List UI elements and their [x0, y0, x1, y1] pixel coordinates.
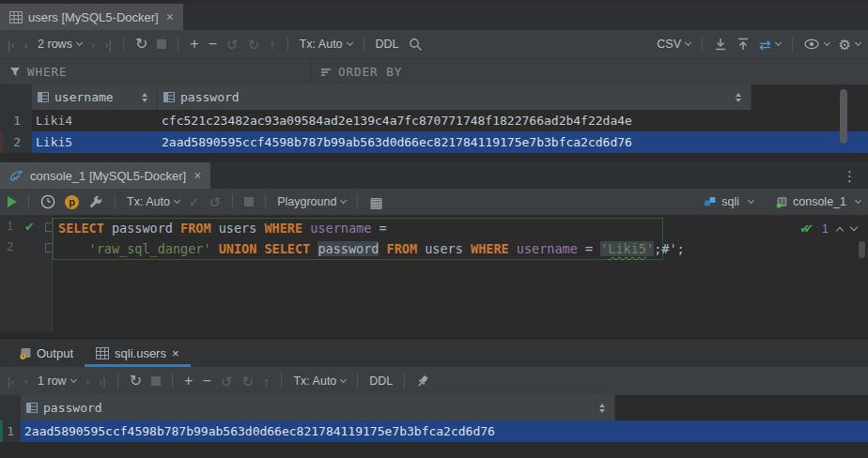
tab-users-grid[interactable]: users [MySQL5-Docker] × [0, 4, 183, 30]
prev-page-button[interactable]: ‹ [24, 375, 28, 388]
table-grid-icon [9, 11, 23, 23]
playground-mode-dropdown[interactable]: Playground [277, 195, 346, 208]
users-grid-header: username password [0, 84, 868, 110]
submit-icon[interactable]: ↑ [263, 374, 271, 389]
table-row[interactable]: 12aad5890595ccf4598b787b99ab563d0d66ec82… [0, 420, 868, 442]
code-token [58, 241, 89, 256]
add-row-button[interactable]: + [190, 37, 198, 52]
add-row-button[interactable]: + [184, 374, 193, 389]
close-icon[interactable]: × [166, 10, 174, 23]
submit-icon[interactable]: ↑ [269, 38, 276, 52]
last-page-button[interactable]: ›| [104, 38, 112, 51]
parameters-p-icon[interactable]: p [65, 195, 79, 209]
page-size-dropdown[interactable]: 1 row [38, 374, 76, 388]
mysql-dolphin-icon [9, 169, 24, 182]
reload-icon[interactable]: ↻ [135, 37, 147, 52]
prev-page-button[interactable]: ‹ [24, 38, 28, 51]
undo-icon[interactable]: ↺ [221, 374, 233, 389]
sort-toggle-icon[interactable] [599, 404, 609, 413]
first-page-button[interactable]: |‹ [8, 38, 15, 51]
table-row[interactable]: 2Liki52aad5890595ccf4598b787b99ab563d0d6… [0, 131, 868, 153]
order-by-filter-input[interactable]: ORDER BY [311, 65, 411, 79]
export-download-icon[interactable] [714, 38, 727, 51]
history-clock-icon[interactable] [40, 194, 55, 209]
cell-password[interactable]: 2aad5890595ccf4598b787b99ab563d0d66ec821… [158, 135, 752, 149]
editor-scrollbar[interactable] [859, 241, 865, 258]
tab-result-grid[interactable]: sqli.users × [85, 339, 191, 367]
last-page-button[interactable]: ›| [99, 375, 106, 388]
row-number: 2 [0, 131, 32, 153]
next-result-chevron-icon[interactable] [850, 223, 858, 231]
first-page-button[interactable]: |‹ [8, 375, 15, 388]
column-header-password[interactable]: password [21, 395, 615, 420]
next-page-button[interactable]: › [85, 375, 89, 388]
stop-icon [157, 39, 166, 49]
reload-icon[interactable]: ↻ [130, 374, 142, 389]
cell-password[interactable]: cfc521c23482ac93a09584ad2e139c4a7fc87077… [158, 114, 752, 128]
settings-wrench-icon[interactable] [88, 194, 103, 209]
tx-mode-dropdown[interactable]: Tx: Auto [293, 374, 346, 388]
console-switcher-dropdown[interactable]: console_1 [776, 195, 860, 208]
sort-toggle-icon[interactable] [142, 93, 151, 102]
search-icon[interactable] [409, 38, 423, 52]
column-header-password[interactable]: password [158, 84, 752, 110]
chevron-down-icon [855, 197, 861, 204]
chevron-down-icon [748, 197, 754, 204]
where-filter-input[interactable]: WHERE [0, 65, 310, 79]
sort-toggle-icon[interactable] [736, 93, 745, 102]
delete-row-button[interactable]: − [209, 37, 217, 52]
grid-scrollbar[interactable] [840, 89, 847, 144]
revert-icon[interactable]: ↻ [248, 38, 260, 52]
column-header-username[interactable]: username [32, 84, 158, 110]
close-icon[interactable]: × [172, 346, 179, 360]
fold-marker-icon[interactable] [45, 243, 52, 252]
cell-username[interactable]: Liki5 [32, 135, 158, 149]
prev-result-chevron-icon[interactable] [836, 226, 844, 234]
grid-filter-bar: WHERE ORDER BY [0, 58, 868, 84]
tab-console[interactable]: console_1 [MySQL5-Docker] × [0, 162, 210, 189]
undo-icon[interactable]: ↺ [226, 38, 239, 52]
commit-check-icon[interactable]: ✓ [189, 195, 200, 208]
more-options-icon[interactable]: ⋮ [843, 169, 868, 183]
page-size-dropdown[interactable]: 2 rows [38, 38, 82, 51]
code-line[interactable]: 'raw_sql_danger' UNION SELECT password F… [58, 238, 685, 259]
tab-output[interactable]: Output [8, 339, 85, 367]
tx-mode-dropdown[interactable]: Tx: Auto [300, 38, 352, 51]
code-token: SELECT [264, 241, 310, 256]
import-upload-icon[interactable] [736, 38, 750, 51]
view-options-eye-icon[interactable] [804, 38, 829, 50]
code-token: FROM [387, 241, 418, 256]
code-line[interactable]: SELECT password FROM users WHERE usernam… [58, 218, 387, 238]
ddl-button[interactable]: DDL [376, 38, 399, 51]
cell-username[interactable]: Liki4 [32, 114, 158, 128]
next-page-button[interactable]: › [91, 38, 95, 51]
line-number: 1 [7, 219, 25, 233]
delete-row-button[interactable]: − [202, 374, 210, 389]
settings-gear-icon[interactable]: ⚙ [839, 38, 860, 52]
code-token: username [310, 221, 371, 236]
export-format-dropdown[interactable]: CSV [657, 38, 690, 51]
code-token: Liki5 [608, 241, 646, 256]
table-row[interactable]: 1Liki4cfc521c23482ac93a09584ad2e139c4a7f… [0, 110, 868, 131]
users-grid-body: 1Liki4cfc521c23482ac93a09584ad2e139c4a7f… [0, 110, 868, 153]
execute-play-icon[interactable] [8, 196, 17, 207]
compare-sync-icon[interactable]: ⇄ [759, 38, 781, 52]
output-tabbar: Output sqli.users × [0, 338, 868, 367]
tx-mode-dropdown[interactable]: Tx: Auto [127, 195, 179, 208]
close-icon[interactable]: × [194, 169, 201, 182]
revert-icon[interactable]: ↻ [241, 374, 254, 389]
where-placeholder: WHERE [27, 65, 68, 79]
code-token: username [517, 241, 578, 256]
cell-password[interactable]: 2aad5890595ccf4598b787b99ab563d0d66ec821… [21, 424, 615, 438]
sql-editor[interactable]: 1 2 ✔ SELECT password FROM users WHERE u… [0, 215, 868, 331]
stop-icon [151, 376, 161, 386]
pin-tab-icon[interactable] [416, 374, 429, 388]
rollback-icon[interactable]: ↺ [209, 195, 222, 209]
in-editor-results-icon[interactable]: ▦ [369, 195, 382, 209]
schema-switcher-dropdown[interactable]: sqli [704, 195, 753, 208]
ddl-button[interactable]: DDL [369, 374, 393, 388]
fold-marker-icon[interactable] [45, 222, 52, 232]
chevron-down-icon [775, 39, 782, 46]
separator [172, 374, 173, 389]
separator [404, 374, 405, 389]
